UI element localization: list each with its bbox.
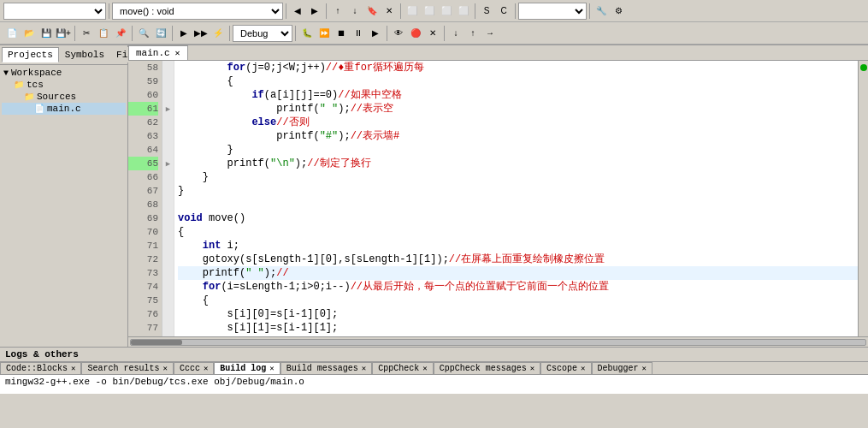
code-line-68[interactable] [178, 198, 858, 211]
logs-tab-close[interactable]: ✕ [642, 364, 647, 373]
code-line-63[interactable]: printf("#");//表示墙# [178, 129, 858, 143]
logs-tab-close[interactable]: ✕ [422, 364, 427, 373]
step-in-btn[interactable]: ↓ [447, 25, 464, 42]
cut-btn[interactable]: ✂ [78, 25, 95, 42]
clear-bookmarks-btn[interactable]: ✕ [381, 3, 398, 20]
debug-stop-btn[interactable]: ⏹ [333, 25, 350, 42]
tab-symbols[interactable]: Symbols [59, 47, 110, 62]
search-dropdown[interactable] [518, 3, 587, 20]
logs-tab-cscope[interactable]: Cscope✕ [540, 362, 591, 374]
line-num-72: 72 [128, 253, 158, 266]
logs-tab-close[interactable]: ✕ [530, 364, 534, 373]
global-dropdown[interactable]: <global> [3, 3, 106, 20]
extra-btn-2[interactable]: ⚙ [610, 3, 627, 20]
code-line-72[interactable]: gotoxy(s[sLength-1][0],s[sLength-1][1]);… [178, 253, 858, 266]
debug-btn[interactable]: 🐛 [298, 25, 316, 42]
sep10 [172, 26, 173, 41]
code-line-69[interactable]: void move() [178, 211, 858, 225]
logs-tab-close[interactable]: ✕ [204, 364, 208, 373]
replace-btn[interactable]: 🔄 [152, 25, 169, 42]
nav-back-btn[interactable]: ◀ [289, 3, 306, 20]
scrollbar-h-track[interactable] [130, 339, 866, 346]
step-out-btn[interactable]: ↑ [464, 25, 481, 42]
icon-btn-2[interactable]: ⬜ [421, 3, 438, 20]
code-line-66[interactable]: } [178, 170, 858, 184]
editor-tab-mainc-close[interactable]: ✕ [175, 48, 180, 58]
icon-btn-6[interactable]: C [495, 3, 512, 20]
code-line-71[interactable]: int i; [178, 239, 858, 253]
line-num-63: 63 [128, 129, 158, 143]
code-line-62[interactable]: else//否则 [178, 116, 858, 129]
find-btn[interactable]: 🔍 [135, 25, 152, 42]
build-btn[interactable]: ▶ [175, 25, 192, 42]
debug-step-btn[interactable]: ⏩ [316, 25, 333, 42]
logs-tab-search-results[interactable]: Search results✕ [81, 362, 173, 374]
next-btn[interactable]: → [481, 25, 499, 42]
debug-pause-btn[interactable]: ⏸ [350, 25, 367, 42]
scrollbar-horizontal[interactable] [128, 336, 868, 347]
save-btn[interactable]: 💾 [38, 25, 55, 42]
logs-tab-label: CppCheck [378, 364, 419, 373]
code-line-74[interactable]: for(i=sLength-1;i>0;i--)//从最后开始，每一个点的位置赋… [178, 280, 858, 294]
function-dropdown[interactable]: move() : void [112, 3, 283, 20]
nav-forward-btn[interactable]: ▶ [306, 3, 323, 20]
gutter-cell-58 [162, 61, 174, 74]
tree-item-tcs[interactable]: 📁 tcs [2, 79, 126, 91]
code-line-61[interactable]: printf(" ");//表示空 [178, 102, 858, 116]
code-line-75[interactable]: { [178, 294, 858, 307]
editor-tab-mainc[interactable]: main.c ✕ [128, 45, 188, 60]
tree-item-mainc[interactable]: 📄 main.c [2, 103, 126, 115]
logs-tab-code--blocks[interactable]: Code::Blocks✕ [0, 362, 81, 374]
code-line-65[interactable]: printf("\n");//制定了换行 [178, 157, 858, 170]
line-num-75: 75 [128, 294, 158, 307]
code-line-64[interactable]: } [178, 143, 858, 157]
bookmark-prev-btn[interactable]: ↑ [329, 3, 346, 20]
code-line-76[interactable]: s[i][0]=s[i-1][0]; [178, 307, 858, 321]
logs-tab-debugger[interactable]: Debugger✕ [592, 362, 652, 374]
mainc-icon: 📄 [34, 104, 44, 114]
code-line-70[interactable]: { [178, 225, 858, 239]
logs-tab-cppcheck[interactable]: CppCheck✕ [372, 362, 433, 374]
save-all-btn[interactable]: 💾+ [55, 25, 72, 42]
bookmark-btn[interactable]: 🔖 [363, 3, 381, 20]
logs-tab-close[interactable]: ✕ [362, 364, 366, 373]
code-line-58[interactable]: for(j=0;j<W;j++)//♦重for循环遍历每 [178, 61, 858, 74]
logs-tab-close[interactable]: ✕ [71, 364, 75, 373]
logs-tab-close[interactable]: ✕ [269, 364, 274, 373]
icon-btn-5[interactable]: S [478, 3, 495, 20]
clear-bp-btn[interactable]: ✕ [424, 25, 441, 42]
logs-tab-close[interactable]: ✕ [162, 364, 167, 373]
panel-header: Projects Symbols Files ✕ [0, 45, 127, 65]
code-area[interactable]: for(j=0;j<W;j++)//♦重for循环遍历每 { if(a[i][j… [174, 61, 858, 336]
code-line-73[interactable]: printf(" ");// [178, 266, 858, 280]
logs-tab-build-messages[interactable]: Build messages✕ [280, 362, 372, 374]
copy-btn[interactable]: 📋 [95, 25, 112, 42]
tab-projects[interactable]: Projects [2, 47, 59, 62]
new-file-btn[interactable]: 📄 [3, 25, 21, 42]
tree-item-sources[interactable]: 📁 Sources [2, 91, 126, 103]
watch-btn[interactable]: 👁 [390, 25, 407, 42]
icon-btn-3[interactable]: ⬜ [438, 3, 455, 20]
debug-cont-btn[interactable]: ▶ [367, 25, 384, 42]
logs-tab-cccc[interactable]: Cccc✕ [174, 362, 214, 374]
tree-item-workspace[interactable]: ▼ Workspace [2, 67, 126, 79]
bookmark-next-btn[interactable]: ↓ [346, 3, 363, 20]
code-line-67[interactable]: } [178, 184, 858, 198]
code-line-60[interactable]: if(a[i][j]==0)//如果中空格 [178, 88, 858, 102]
icon-btn-4[interactable]: ⬜ [455, 3, 472, 20]
code-line-59[interactable]: { [178, 74, 858, 88]
editor-area: main.c ✕ 5859606162636465666768697071727… [128, 45, 868, 347]
open-file-btn[interactable]: 📂 [21, 25, 38, 42]
logs-tab-close[interactable]: ✕ [581, 364, 585, 373]
code-line-77[interactable]: s[i][1]=s[i-1][1]; [178, 321, 858, 335]
paste-btn[interactable]: 📌 [112, 25, 129, 42]
run-btn[interactable]: ▶▶ [192, 25, 210, 42]
scrollbar-h-thumb[interactable] [131, 340, 182, 345]
icon-btn-1[interactable]: ⬜ [404, 3, 421, 20]
logs-tab-cppcheck-messages[interactable]: CppCheck messages✕ [434, 362, 540, 374]
build-run-btn[interactable]: ⚡ [210, 25, 227, 42]
extra-btn-1[interactable]: 🔧 [593, 3, 610, 20]
build-mode-dropdown[interactable]: Debug [233, 25, 292, 42]
logs-tab-build-log[interactable]: Build log✕ [214, 362, 280, 374]
breakpoint-btn[interactable]: 🔴 [407, 25, 424, 42]
